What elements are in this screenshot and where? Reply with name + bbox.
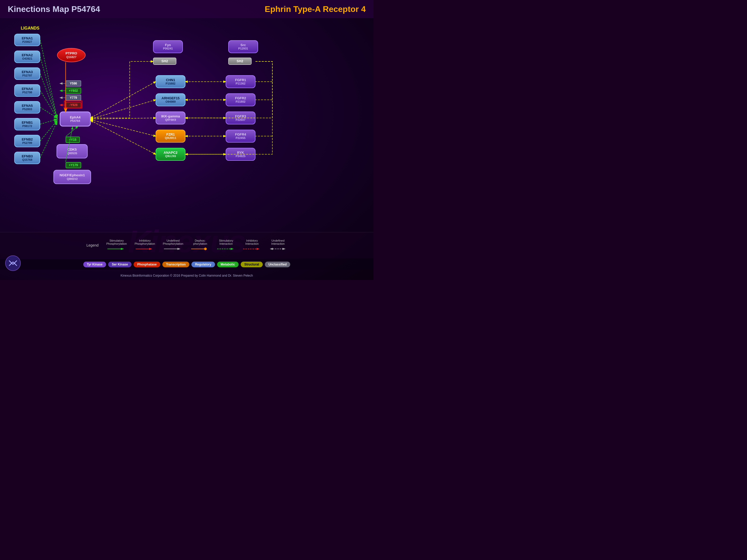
- badge-ser-kinase: Ser Kinase: [108, 262, 131, 267]
- ligand-efna1[interactable]: EFNA1 P20827: [14, 34, 40, 46]
- ryk-node[interactable]: RYK P34925: [226, 148, 256, 161]
- badge-structural: Structural: [241, 262, 263, 267]
- bottom-badges-bar: Tyr Kinase Ser Kinase Phosphatase Transc…: [0, 259, 374, 270]
- title-right: Ephrin Type-A Receptor 4: [265, 4, 366, 14]
- legend-area: Legend StimulatoryPhosphorylation Inhibi…: [0, 232, 374, 258]
- title-left: Kinections Map P54764: [8, 4, 265, 14]
- ikk-gamma-node[interactable]: IKK-gamma Q9Y6K9: [156, 111, 185, 125]
- badge-transcription: Transcription: [162, 262, 189, 267]
- legend-inhib-phos: InhibitoryPhosphorylation: [135, 239, 155, 251]
- badge-regulatory: Regulatory: [191, 262, 215, 267]
- fgfr1-node[interactable]: FGFR1 P11362: [226, 75, 256, 88]
- arhgef15-node[interactable]: ARHGEF15 O94989: [156, 93, 185, 106]
- legend-undef-int: UndefinedInteraction: [269, 239, 287, 251]
- fgfr4-node[interactable]: FGFR4 P22455: [226, 130, 256, 142]
- ngef-node[interactable]: NGEF/Ephexin1 Q8N5V2: [53, 170, 91, 184]
- sh2-src: SH2: [228, 58, 252, 65]
- ligand-efna2[interactable]: EFNA2 O43921: [14, 51, 40, 63]
- badge-metabolic: Metabolic: [217, 262, 239, 267]
- legend-inhib-int: InhibitoryInteraction: [243, 239, 261, 251]
- psite-y179: +Y179: [66, 162, 81, 168]
- badge-tyr-kinase: Tyr Kinase: [83, 262, 106, 267]
- psite-y779: Y779: [66, 95, 81, 101]
- cdk5-node[interactable]: CDK5 Q00535: [56, 144, 88, 158]
- legend-undef-phos: UndefinedPhosphorylation: [163, 239, 183, 251]
- ligands-label: LIGANDS: [21, 26, 40, 31]
- legend-stim-int: StimulatoryInteraction: [217, 239, 235, 251]
- ligand-efnb2[interactable]: EFNB2 P52799: [14, 135, 40, 147]
- legend-dephos: Dephos-phorylation: [191, 239, 209, 251]
- badge-unclassified: Unclassified: [265, 262, 290, 267]
- epha4-node[interactable]: EphA4 P54764: [60, 111, 91, 127]
- header: Kinections Map P54764 Ephrin Type-A Rece…: [0, 0, 374, 18]
- psite-y596: Y596: [66, 80, 81, 87]
- src-node[interactable]: Src P12931: [228, 40, 258, 53]
- ligand-efnb3[interactable]: EFNB3 Q15768: [14, 152, 40, 164]
- fyn-node[interactable]: Fyn P06241: [153, 40, 183, 53]
- ligand-efna3[interactable]: EFNA3 P52797: [14, 68, 40, 80]
- logo: [5, 256, 21, 271]
- psite-y15: +Y15: [66, 137, 80, 143]
- sh2-fyn: SH2: [153, 58, 176, 65]
- footer-text: Kinexus Bioinformatics Corporation © 201…: [0, 274, 374, 277]
- fgfr3-node[interactable]: FGFR3 P22607: [226, 111, 256, 125]
- ligand-efnb1[interactable]: EFNB1 P98172: [14, 118, 40, 130]
- psite-y928: -Y928: [66, 102, 81, 108]
- ligand-efna4[interactable]: EFNA4 P52798: [14, 84, 40, 97]
- chn1-node[interactable]: CHN1 P15882: [156, 75, 185, 88]
- fzr1-node[interactable]: FZR1 Q9UM11: [156, 130, 185, 142]
- psite-y602: +Y602: [66, 88, 81, 94]
- ptpro-node[interactable]: PTPRO Q16827: [57, 48, 85, 62]
- fgfr2-node[interactable]: FGFR2 P21802: [226, 93, 256, 106]
- ligand-efna5[interactable]: EFNA5 P52803: [14, 101, 40, 113]
- badge-phosphatase: Phosphatase: [134, 262, 160, 267]
- legend-title: Legend: [86, 243, 99, 247]
- legend-stim-phos: StimulatoryPhosphorylation: [106, 239, 127, 251]
- svg-point-31: [204, 247, 207, 250]
- anapc2-node[interactable]: ANAPC2 Q9UJX6: [156, 148, 185, 161]
